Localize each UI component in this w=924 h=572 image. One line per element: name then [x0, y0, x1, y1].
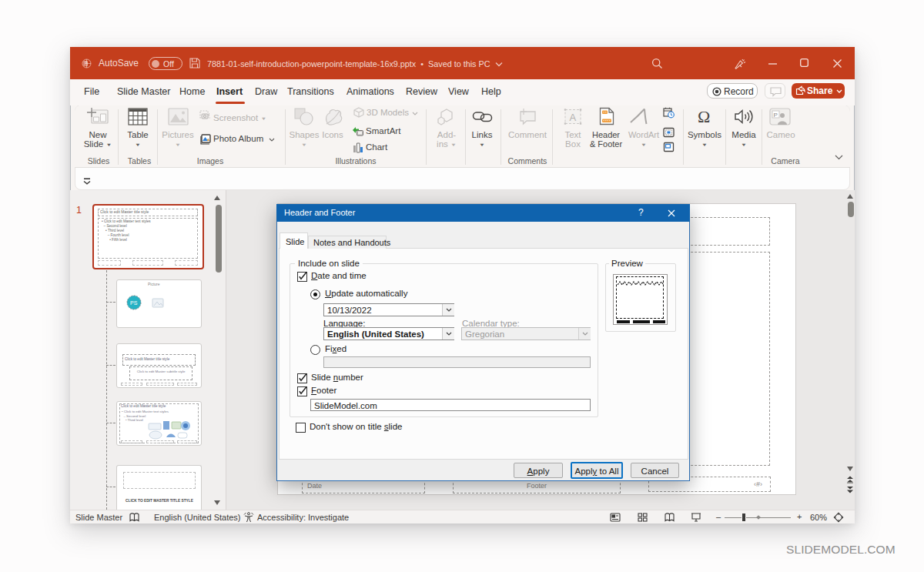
svg-text:P: P: [774, 112, 778, 119]
svg-text:PS: PS: [130, 300, 138, 306]
svg-text:A: A: [570, 112, 577, 123]
svg-text:Ω: Ω: [698, 107, 710, 126]
